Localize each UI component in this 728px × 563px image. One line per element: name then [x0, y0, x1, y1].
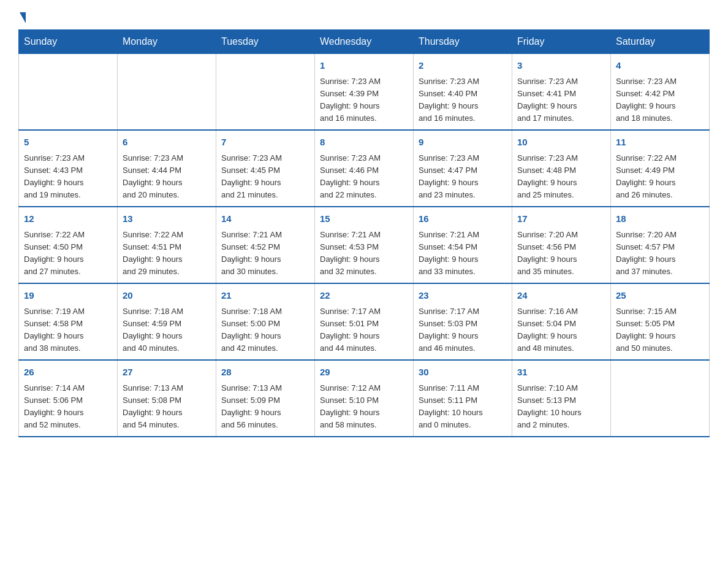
day-number: 11	[616, 136, 704, 150]
day-info: Sunrise: 7:10 AM Sunset: 5:13 PM Dayligh…	[517, 382, 605, 432]
day-info: Sunrise: 7:17 AM Sunset: 5:01 PM Dayligh…	[320, 305, 408, 355]
calendar-cell: 21Sunrise: 7:18 AM Sunset: 5:00 PM Dayli…	[216, 283, 315, 360]
calendar-cell: 10Sunrise: 7:23 AM Sunset: 4:48 PM Dayli…	[512, 130, 611, 207]
day-info: Sunrise: 7:12 AM Sunset: 5:10 PM Dayligh…	[320, 382, 408, 432]
day-info: Sunrise: 7:23 AM Sunset: 4:44 PM Dayligh…	[123, 152, 211, 202]
calendar-cell	[611, 360, 710, 437]
calendar-cell: 13Sunrise: 7:22 AM Sunset: 4:51 PM Dayli…	[118, 207, 216, 283]
calendar-cell: 1Sunrise: 7:23 AM Sunset: 4:39 PM Daylig…	[315, 54, 414, 131]
day-number: 19	[24, 289, 112, 303]
day-number: 13	[123, 212, 211, 226]
day-info: Sunrise: 7:17 AM Sunset: 5:03 PM Dayligh…	[419, 305, 507, 355]
day-number: 30	[419, 366, 507, 380]
day-number: 31	[517, 366, 605, 380]
calendar-cell: 31Sunrise: 7:10 AM Sunset: 5:13 PM Dayli…	[512, 360, 611, 437]
day-info: Sunrise: 7:23 AM Sunset: 4:46 PM Dayligh…	[320, 152, 408, 202]
calendar-cell: 3Sunrise: 7:23 AM Sunset: 4:41 PM Daylig…	[512, 54, 611, 131]
calendar-cell: 19Sunrise: 7:19 AM Sunset: 4:58 PM Dayli…	[19, 283, 118, 360]
calendar-week-1: 1Sunrise: 7:23 AM Sunset: 4:39 PM Daylig…	[19, 54, 710, 131]
day-info: Sunrise: 7:13 AM Sunset: 5:09 PM Dayligh…	[221, 382, 309, 432]
calendar-week-5: 26Sunrise: 7:14 AM Sunset: 5:06 PM Dayli…	[19, 360, 710, 437]
day-info: Sunrise: 7:23 AM Sunset: 4:40 PM Dayligh…	[419, 75, 507, 125]
calendar-cell	[118, 54, 216, 131]
weekday-header-sunday: Sunday	[19, 30, 118, 54]
day-info: Sunrise: 7:23 AM Sunset: 4:41 PM Dayligh…	[517, 75, 605, 125]
calendar-cell: 8Sunrise: 7:23 AM Sunset: 4:46 PM Daylig…	[315, 130, 414, 207]
weekday-header-monday: Monday	[118, 30, 216, 54]
day-number: 5	[24, 136, 112, 150]
day-info: Sunrise: 7:21 AM Sunset: 4:52 PM Dayligh…	[221, 229, 309, 278]
day-number: 23	[419, 289, 507, 303]
day-number: 3	[517, 59, 605, 73]
day-info: Sunrise: 7:18 AM Sunset: 5:00 PM Dayligh…	[221, 305, 309, 355]
day-info: Sunrise: 7:23 AM Sunset: 4:48 PM Dayligh…	[517, 152, 605, 202]
day-number: 24	[517, 289, 605, 303]
day-number: 27	[123, 366, 211, 380]
day-info: Sunrise: 7:14 AM Sunset: 5:06 PM Dayligh…	[24, 382, 112, 432]
weekday-header-tuesday: Tuesday	[216, 30, 315, 54]
calendar-cell: 29Sunrise: 7:12 AM Sunset: 5:10 PM Dayli…	[315, 360, 414, 437]
day-number: 14	[221, 212, 309, 226]
calendar-cell: 30Sunrise: 7:11 AM Sunset: 5:11 PM Dayli…	[414, 360, 512, 437]
calendar-header-row: SundayMondayTuesdayWednesdayThursdayFrid…	[19, 30, 710, 54]
calendar-cell: 5Sunrise: 7:23 AM Sunset: 4:43 PM Daylig…	[19, 130, 118, 207]
calendar-cell: 23Sunrise: 7:17 AM Sunset: 5:03 PM Dayli…	[414, 283, 512, 360]
calendar-cell: 26Sunrise: 7:14 AM Sunset: 5:06 PM Dayli…	[19, 360, 118, 437]
calendar-cell: 7Sunrise: 7:23 AM Sunset: 4:45 PM Daylig…	[216, 130, 315, 207]
weekday-header-thursday: Thursday	[414, 30, 512, 54]
day-number: 10	[517, 136, 605, 150]
day-info: Sunrise: 7:22 AM Sunset: 4:49 PM Dayligh…	[616, 152, 704, 202]
calendar-cell: 14Sunrise: 7:21 AM Sunset: 4:52 PM Dayli…	[216, 207, 315, 283]
day-info: Sunrise: 7:22 AM Sunset: 4:51 PM Dayligh…	[123, 229, 211, 278]
day-info: Sunrise: 7:21 AM Sunset: 4:54 PM Dayligh…	[419, 229, 507, 278]
logo-triangle-icon	[20, 12, 26, 23]
day-number: 2	[419, 59, 507, 73]
day-info: Sunrise: 7:23 AM Sunset: 4:43 PM Dayligh…	[24, 152, 112, 202]
calendar-cell: 12Sunrise: 7:22 AM Sunset: 4:50 PM Dayli…	[19, 207, 118, 283]
day-number: 12	[24, 212, 112, 226]
calendar-cell	[19, 54, 118, 131]
day-number: 28	[221, 366, 309, 380]
day-info: Sunrise: 7:11 AM Sunset: 5:11 PM Dayligh…	[419, 382, 507, 432]
day-info: Sunrise: 7:18 AM Sunset: 4:59 PM Dayligh…	[123, 305, 211, 355]
calendar-week-3: 12Sunrise: 7:22 AM Sunset: 4:50 PM Dayli…	[19, 207, 710, 283]
day-info: Sunrise: 7:22 AM Sunset: 4:50 PM Dayligh…	[24, 229, 112, 278]
calendar-cell: 9Sunrise: 7:23 AM Sunset: 4:47 PM Daylig…	[414, 130, 512, 207]
day-number: 22	[320, 289, 408, 303]
calendar-week-4: 19Sunrise: 7:19 AM Sunset: 4:58 PM Dayli…	[19, 283, 710, 360]
day-info: Sunrise: 7:23 AM Sunset: 4:47 PM Dayligh…	[419, 152, 507, 202]
day-number: 6	[123, 136, 211, 150]
calendar-cell: 27Sunrise: 7:13 AM Sunset: 5:08 PM Dayli…	[118, 360, 216, 437]
day-info: Sunrise: 7:23 AM Sunset: 4:42 PM Dayligh…	[616, 75, 704, 125]
day-info: Sunrise: 7:23 AM Sunset: 4:39 PM Dayligh…	[320, 75, 408, 125]
day-number: 20	[123, 289, 211, 303]
calendar-cell: 28Sunrise: 7:13 AM Sunset: 5:09 PM Dayli…	[216, 360, 315, 437]
day-number: 9	[419, 136, 507, 150]
calendar-week-2: 5Sunrise: 7:23 AM Sunset: 4:43 PM Daylig…	[19, 130, 710, 207]
day-number: 26	[24, 366, 112, 380]
day-number: 16	[419, 212, 507, 226]
day-number: 1	[320, 59, 408, 73]
day-number: 25	[616, 289, 704, 303]
calendar-cell: 11Sunrise: 7:22 AM Sunset: 4:49 PM Dayli…	[611, 130, 710, 207]
day-info: Sunrise: 7:21 AM Sunset: 4:53 PM Dayligh…	[320, 229, 408, 278]
calendar-cell: 16Sunrise: 7:21 AM Sunset: 4:54 PM Dayli…	[414, 207, 512, 283]
day-number: 7	[221, 136, 309, 150]
calendar-cell: 17Sunrise: 7:20 AM Sunset: 4:56 PM Dayli…	[512, 207, 611, 283]
calendar-cell: 2Sunrise: 7:23 AM Sunset: 4:40 PM Daylig…	[414, 54, 512, 131]
calendar-cell: 4Sunrise: 7:23 AM Sunset: 4:42 PM Daylig…	[611, 54, 710, 131]
calendar-cell: 25Sunrise: 7:15 AM Sunset: 5:05 PM Dayli…	[611, 283, 710, 360]
day-number: 17	[517, 212, 605, 226]
day-number: 21	[221, 289, 309, 303]
day-number: 15	[320, 212, 408, 226]
calendar-cell: 18Sunrise: 7:20 AM Sunset: 4:57 PM Dayli…	[611, 207, 710, 283]
calendar-cell: 22Sunrise: 7:17 AM Sunset: 5:01 PM Dayli…	[315, 283, 414, 360]
day-number: 4	[616, 59, 704, 73]
day-number: 29	[320, 366, 408, 380]
day-info: Sunrise: 7:23 AM Sunset: 4:45 PM Dayligh…	[221, 152, 309, 202]
calendar-cell: 20Sunrise: 7:18 AM Sunset: 4:59 PM Dayli…	[118, 283, 216, 360]
day-info: Sunrise: 7:16 AM Sunset: 5:04 PM Dayligh…	[517, 305, 605, 355]
calendar-cell: 24Sunrise: 7:16 AM Sunset: 5:04 PM Dayli…	[512, 283, 611, 360]
calendar-cell: 15Sunrise: 7:21 AM Sunset: 4:53 PM Dayli…	[315, 207, 414, 283]
day-info: Sunrise: 7:13 AM Sunset: 5:08 PM Dayligh…	[123, 382, 211, 432]
